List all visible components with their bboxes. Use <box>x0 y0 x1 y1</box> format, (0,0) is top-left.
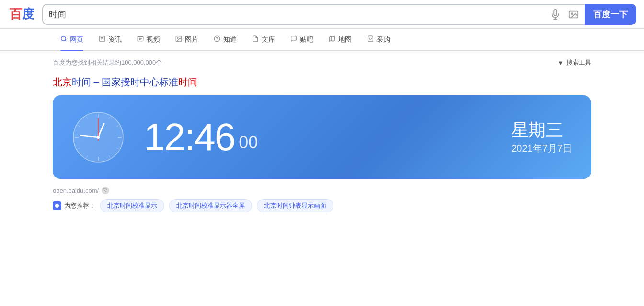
digital-time: 12:46 00 <box>144 118 258 156</box>
shop-icon <box>367 35 374 44</box>
date-info: 星期三 2021年7月7日 <box>511 119 572 155</box>
search-input[interactable] <box>49 9 544 19</box>
svg-point-37 <box>55 204 59 208</box>
result-title: 北京时间 – 国家授时中心标准时间 <box>53 76 591 89</box>
tieba-icon <box>290 35 297 44</box>
svg-point-36 <box>97 136 100 139</box>
search-button[interactable]: 百度一下 <box>585 4 636 25</box>
result-count-text: 百度为您找到相关结果约100,000,000个 <box>53 59 162 67</box>
video-icon <box>137 35 144 44</box>
wenku-icon <box>252 35 259 44</box>
rec-label: 为您推荐： <box>53 201 95 210</box>
search-tools-button[interactable]: ▼ 搜索工具 <box>557 59 591 67</box>
map-icon <box>329 35 335 44</box>
tab-tieba[interactable]: 贴吧 <box>283 29 321 51</box>
nav-tabs: 网页 资讯 视频 图片 知道 <box>0 29 644 51</box>
clock-card: 12:46 00 星期三 2021年7月7日 <box>53 95 591 179</box>
full-date: 2021年7月7日 <box>511 142 572 155</box>
rec-tag-2[interactable]: 北京时间钟表显示画面 <box>257 199 334 212</box>
tab-image[interactable]: 图片 <box>168 29 206 51</box>
svg-point-3 <box>571 13 573 14</box>
rec-logo-icon <box>53 201 61 210</box>
day-of-week: 星期三 <box>511 119 572 140</box>
result-count-row: 百度为您找到相关结果约100,000,000个 ▼ 搜索工具 <box>53 59 591 67</box>
svg-rect-10 <box>138 36 143 41</box>
filter-icon: ▼ <box>557 59 564 67</box>
svg-point-13 <box>177 38 178 39</box>
tab-zhidao[interactable]: 知道 <box>206 29 244 51</box>
tab-map[interactable]: 地图 <box>321 29 359 51</box>
analog-clock <box>72 111 125 164</box>
news-icon <box>99 35 105 44</box>
image-icon <box>175 35 182 44</box>
result-title-link[interactable]: 北京时间 – 国家授时中心标准时间 <box>53 77 197 87</box>
search-bar <box>42 4 550 25</box>
search-icon <box>60 35 67 44</box>
tab-shop[interactable]: 采购 <box>359 29 398 51</box>
tab-wenku[interactable]: 文库 <box>244 29 283 51</box>
time-main: 12:46 <box>144 118 235 156</box>
tab-video[interactable]: 视频 <box>129 29 168 51</box>
source-url: open.baidu.com/ ▽ <box>53 187 591 194</box>
tab-webpage[interactable]: 网页 <box>53 29 91 51</box>
svg-point-4 <box>61 36 66 41</box>
zhidao-icon <box>214 35 220 44</box>
svg-line-5 <box>65 40 67 42</box>
time-seconds: 00 <box>239 132 258 153</box>
main-content: 百度为您找到相关结果约100,000,000个 ▼ 搜索工具 北京时间 – 国家… <box>0 51 644 220</box>
tab-news[interactable]: 资讯 <box>91 29 129 51</box>
rec-tag-0[interactable]: 北京时间校准显示 <box>100 199 164 212</box>
baidu-logo: 百度 <box>8 4 36 25</box>
search-icon-area <box>550 4 585 25</box>
svg-marker-16 <box>330 36 335 42</box>
svg-marker-11 <box>140 38 142 40</box>
recommendations: 为您推荐： 北京时间校准显示 北京时间校准显示器全屏 北京时间钟表显示画面 <box>53 199 591 212</box>
rec-tag-1[interactable]: 北京时间校准显示器全屏 <box>169 199 252 212</box>
header: 百度 百度一下 <box>0 0 644 29</box>
image-search-button[interactable] <box>568 9 579 20</box>
voice-search-button[interactable] <box>550 9 561 20</box>
source-badge-icon: ▽ <box>102 187 109 194</box>
